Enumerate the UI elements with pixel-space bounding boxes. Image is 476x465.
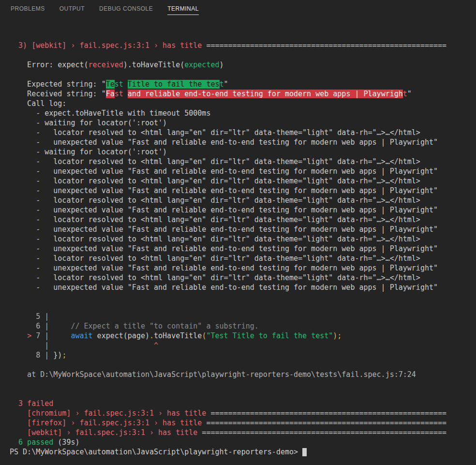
text-segment: ); xyxy=(333,331,342,340)
terminal-line: - waiting for locator(':root') xyxy=(10,118,476,128)
text-segment: Fa xyxy=(106,90,115,98)
text-segment: . xyxy=(149,331,154,340)
terminal-line: - unexpected value "Fast and reliable en… xyxy=(10,186,476,195)
text-segment: - locator resolved to <html lang="en" di… xyxy=(10,157,420,166)
text-segment: 6 passed xyxy=(10,438,53,447)
terminal-line: - locator resolved to <html lang="en" di… xyxy=(10,273,476,283)
terminal-line: - unexpected value "Fast and reliable en… xyxy=(10,263,476,273)
failed-count-line: 3 failed xyxy=(10,399,476,408)
test-failure-header: 3) [webkit] › fail.spec.js:3:1 › has tit… xyxy=(10,41,476,50)
text-segment: - locator resolved to <html lang="en" di… xyxy=(10,273,420,282)
terminal-line: - locator resolved to <html lang="en" di… xyxy=(10,128,476,137)
text-segment xyxy=(49,331,71,340)
text-segment: - waiting for locator(':root') xyxy=(10,119,167,127)
terminal-line xyxy=(10,292,476,302)
terminal-line: - locator resolved to <html lang="en" di… xyxy=(10,215,476,225)
text-segment: [firefox] › fail.spec.js:3:1 › has title xyxy=(10,419,206,427)
text-segment: t xyxy=(220,80,224,89)
tab-debug-console[interactable]: DEBUG CONSOLE xyxy=(99,5,153,15)
failed-firefox-line: [firefox] › fail.spec.js:3:1 › has title… xyxy=(10,418,476,428)
text-segment: 5 | xyxy=(10,312,49,321)
text-segment: | xyxy=(10,341,49,350)
terminal-line: - unexpected value "Fast and reliable en… xyxy=(10,225,476,234)
terminal-line: - unexpected value "Fast and reliable en… xyxy=(10,205,476,215)
terminal-line: - unexpected value "Fast and reliable en… xyxy=(10,166,476,176)
text-segment: Call log: xyxy=(10,99,66,108)
caret-line: | ^ xyxy=(10,341,476,350)
terminal-line: - locator resolved to <html lang="en" di… xyxy=(10,157,476,166)
terminal-line: - waiting for locator(':root') xyxy=(10,147,476,157)
text-segment: Title to fail the tes xyxy=(128,80,220,89)
text-segment: toHaveTitle xyxy=(154,331,202,340)
tab-terminal[interactable]: TERMINAL xyxy=(167,5,199,15)
text-segment: Received string: " xyxy=(10,90,106,98)
text-segment: expected xyxy=(184,60,219,69)
code-line-5: 5 | xyxy=(10,312,476,321)
text-segment: - unexpected value "Fast and reliable en… xyxy=(10,167,438,176)
text-segment: ========================================… xyxy=(206,419,446,427)
text-segment: and reliable end-to-end testing for mode… xyxy=(128,90,403,98)
text-segment: - locator resolved to <html lang="en" di… xyxy=(10,177,420,185)
code-line-7: > 7 | await expect(page).toHaveTitle("Te… xyxy=(10,331,476,341)
text-segment: Error: expect( xyxy=(10,60,89,69)
text-segment: " xyxy=(407,90,412,98)
received-string-line: Received string: "Fast and reliable end-… xyxy=(10,89,476,99)
terminal-line xyxy=(10,360,476,370)
terminal-line xyxy=(10,389,476,399)
text-segment: > xyxy=(27,331,31,340)
text-segment: 3 failed xyxy=(10,399,53,408)
text-segment: ).toHaveTitle( xyxy=(123,60,184,69)
text-segment: ========================================… xyxy=(202,428,446,437)
terminal-line: - locator resolved to <html lang="en" di… xyxy=(10,176,476,186)
terminal-line: - locator resolved to <html lang="en" di… xyxy=(10,254,476,263)
text-segment: 6 | xyxy=(10,322,49,330)
terminal-line: - unexpected value "Fast and reliable en… xyxy=(10,244,476,254)
tab-problems[interactable]: PROBLEMS xyxy=(11,5,45,15)
terminal-line: - unexpected value "Fast and reliable en… xyxy=(10,283,476,292)
text-segment: ; xyxy=(62,351,66,360)
text-segment: - unexpected value "Fast and reliable en… xyxy=(10,186,438,195)
text-segment: - unexpected value "Fast and reliable en… xyxy=(10,138,438,147)
text-segment: received xyxy=(89,60,123,69)
text-segment: // Expect a title "to contain" a substri… xyxy=(49,322,258,330)
text-segment: PS D:\MyWorkSpace\automation\JavaScript\… xyxy=(10,448,302,456)
text-segment xyxy=(10,331,27,340)
text-segment: - locator resolved to <html lang="en" di… xyxy=(10,254,420,263)
text-segment: - unexpected value "Fast and reliable en… xyxy=(10,225,438,234)
text-segment: " xyxy=(224,80,228,89)
text-segment: expect(page) xyxy=(93,331,149,340)
terminal-line xyxy=(10,302,476,312)
text-segment: Expected string: " xyxy=(10,80,106,89)
stack-location-line: at D:\MyWorkSpace\automation\JavaScript\… xyxy=(10,370,476,379)
failed-chromium-line: [chromium] › fail.spec.js:3:1 › has titl… xyxy=(10,408,476,418)
passed-count-line: 6 passed (39s) xyxy=(10,437,476,447)
text-segment: - locator resolved to <html lang="en" di… xyxy=(10,196,420,205)
text-segment xyxy=(49,341,154,350)
text-segment: Te xyxy=(106,80,115,89)
terminal-line: - unexpected value "Fast and reliable en… xyxy=(10,137,476,147)
code-line-8: 8 | }); xyxy=(10,350,476,360)
terminal-line: - locator resolved to <html lang="en" di… xyxy=(10,195,476,205)
terminal-output[interactable]: 3) [webkit] › fail.spec.js:3:1 › has tit… xyxy=(0,17,476,457)
tab-output[interactable]: OUTPUT xyxy=(60,5,85,15)
terminal-cursor xyxy=(302,448,307,456)
text-segment: st xyxy=(115,90,128,98)
code-line-6: 6 | // Expect a title "to contain" a sub… xyxy=(10,321,476,331)
text-segment: [webkit] › fail.spec.js:3:1 › has title xyxy=(10,428,202,437)
text-segment: 8 | xyxy=(10,351,49,360)
text-segment: - waiting for locator(':root') xyxy=(10,148,167,156)
text-segment: 3) [webkit] › fail.spec.js:3:1 › has tit… xyxy=(10,41,206,50)
text-segment: - locator resolved to <html lang="en" di… xyxy=(10,128,420,137)
failed-webkit-line: [webkit] › fail.spec.js:3:1 › has title … xyxy=(10,428,476,437)
text-segment: - locator resolved to <html lang="en" di… xyxy=(10,215,420,224)
text-segment: - unexpected value "Fast and reliable en… xyxy=(10,283,438,292)
text-segment: ) xyxy=(220,60,224,69)
terminal-line: - locator resolved to <html lang="en" di… xyxy=(10,234,476,244)
text-segment: 7 | xyxy=(31,331,49,340)
call-log-header: Call log: xyxy=(10,99,476,108)
text-segment: at D:\MyWorkSpace\automation\JavaScript\… xyxy=(10,370,416,379)
terminal-line xyxy=(10,70,476,79)
text-segment: - locator resolved to <html lang="en" di… xyxy=(10,235,420,243)
terminal-line: - expect.toHaveTitle with timeout 5000ms xyxy=(10,108,476,118)
text-segment: (39s) xyxy=(53,438,79,447)
